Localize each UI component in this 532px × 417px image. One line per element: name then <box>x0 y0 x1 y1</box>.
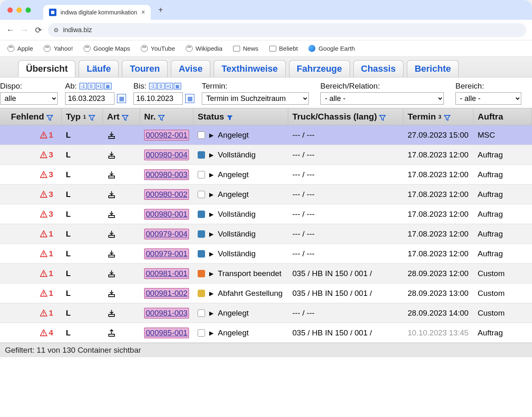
date-shift-button[interactable]: +1 <box>166 83 173 89</box>
url-input[interactable]: ⚙ indiwa.biz <box>48 23 526 37</box>
play-icon[interactable]: ▶ <box>209 251 214 257</box>
bereich-relation-select[interactable]: - alle - <box>320 92 444 105</box>
termin-select[interactable]: Termin im Suchzeitraum <box>202 92 309 105</box>
filter-icon-active[interactable] <box>226 113 233 120</box>
col-fehlend[interactable]: Fehlend <box>0 108 62 125</box>
table-row[interactable]: 1 L 000979-001 ▶ Vollständig --- / --- 1… <box>0 244 532 264</box>
reload-button[interactable]: ⟳ <box>34 26 43 35</box>
play-icon[interactable]: ▶ <box>209 290 214 297</box>
bookmark-item[interactable]: Apple <box>7 45 33 52</box>
cell-status: ▶ Angelegt <box>194 190 288 199</box>
col-nr[interactable]: Nr. <box>140 108 194 125</box>
play-icon[interactable]: ▶ <box>209 310 214 316</box>
app-tab-übersicht[interactable]: Übersicht <box>18 60 75 77</box>
nr-link[interactable]: 000979-001 <box>144 248 189 259</box>
bookmark-item[interactable]: Wikipedia <box>186 45 222 52</box>
filter-icon[interactable] <box>89 113 95 120</box>
filter-icon[interactable] <box>122 113 128 120</box>
filter-icon[interactable] <box>47 113 53 120</box>
table-row[interactable]: 1 L 000981-001 ▶ Transport beendet 035 /… <box>0 264 532 283</box>
table-row[interactable]: 3 L 000980-004 ▶ Vollständig --- / --- 1… <box>0 145 532 165</box>
col-truck-chassis[interactable]: Truck/Chassis (lang) <box>288 108 404 125</box>
browser-tab[interactable]: indiwa digitale kommunikation × <box>43 5 151 20</box>
app-tab-texthinweise[interactable]: Texthinweise <box>214 60 286 77</box>
nr-link[interactable]: 000980-003 <box>144 169 189 180</box>
site-settings-icon[interactable]: ⚙ <box>54 27 59 33</box>
app-tab-chassis[interactable]: Chassis <box>353 60 404 77</box>
close-tab-icon[interactable]: × <box>141 9 145 16</box>
nr-link[interactable]: 000981-001 <box>144 268 189 279</box>
app-tab-fahrzeuge[interactable]: Fahrzeuge <box>289 60 350 77</box>
play-icon[interactable]: ▶ <box>209 132 214 138</box>
bookmark-item[interactable]: YouTube <box>141 45 175 52</box>
table-row[interactable]: 1 L 000982-001 ▶ Angelegt --- / --- 27.0… <box>0 125 532 145</box>
date-shift-button[interactable]: 0 <box>157 83 165 89</box>
nr-link[interactable]: 000980-001 <box>144 209 189 220</box>
app-tab-läufe[interactable]: Läufe <box>79 60 119 77</box>
play-icon[interactable]: ▶ <box>209 211 214 218</box>
date-shift-button[interactable]: +1 <box>96 83 103 89</box>
svg-point-9 <box>43 136 44 137</box>
bookmark-item[interactable]: Yahoo! <box>44 45 72 52</box>
filter-icon[interactable] <box>444 113 450 120</box>
cell-art <box>103 309 140 317</box>
calendar-icon[interactable] <box>185 94 194 103</box>
window-minimize-button[interactable] <box>16 7 22 13</box>
dispo-select[interactable]: alle <box>0 92 58 105</box>
ab-date-input[interactable] <box>65 92 114 105</box>
col-auftrag[interactable]: Auftra <box>474 108 532 125</box>
bookmark-item[interactable]: Google Earth <box>308 45 355 52</box>
warning-icon <box>40 151 47 159</box>
calendar-icon[interactable] <box>117 94 126 103</box>
nr-link[interactable]: 000981-002 <box>144 288 189 299</box>
play-icon[interactable]: ▶ <box>209 191 214 198</box>
nr-link[interactable]: 000981-003 <box>144 308 189 319</box>
date-shift-button[interactable]: -1 <box>79 83 87 89</box>
col-status[interactable]: Status <box>194 108 288 125</box>
window-close-button[interactable] <box>7 7 13 13</box>
app-tab-avise[interactable]: Avise <box>171 60 210 77</box>
app-tab-berichte[interactable]: Berichte <box>407 60 459 77</box>
date-shift-button[interactable]: 0 <box>88 83 95 89</box>
col-typ[interactable]: Typ1 <box>62 108 103 125</box>
cell-art <box>103 269 140 278</box>
play-icon[interactable]: ▶ <box>209 330 214 336</box>
date-shift-button[interactable]: ▦ <box>104 83 112 89</box>
nr-link[interactable]: 000980-002 <box>144 189 189 200</box>
nr-link[interactable]: 000980-004 <box>144 150 189 160</box>
bookmark-icon <box>141 45 148 52</box>
col-termin[interactable]: Termin3 <box>404 108 474 125</box>
bookmark-item[interactable]: News <box>233 45 259 52</box>
bereich-select[interactable]: - alle - <box>455 92 521 105</box>
cell-art <box>103 210 140 218</box>
forward-button[interactable]: → <box>20 26 29 35</box>
filter-icon[interactable] <box>379 113 386 120</box>
nr-link[interactable]: 000985-001 <box>144 328 189 338</box>
table-row[interactable]: 3 L 000980-003 ▶ Angelegt --- / --- 17.0… <box>0 165 532 185</box>
bookmark-item[interactable]: Google Maps <box>84 45 130 52</box>
table-row[interactable]: 1 L 000979-004 ▶ Vollständig --- / --- 1… <box>0 224 532 244</box>
app-tab-touren[interactable]: Touren <box>122 60 168 77</box>
table-row[interactable]: 1 L 000981-003 ▶ Angelegt --- / --- 28.0… <box>0 303 532 323</box>
table-row[interactable]: 3 L 000980-001 ▶ Vollständig --- / --- 1… <box>0 204 532 224</box>
nr-link[interactable]: 000982-001 <box>144 130 189 141</box>
table-row[interactable]: 1 L 000981-002 ▶ Abfahrt Gestellung 035 … <box>0 283 532 303</box>
back-button[interactable]: ← <box>6 26 15 35</box>
date-shift-button[interactable]: ▦ <box>174 83 181 89</box>
col-art[interactable]: Art <box>103 108 140 125</box>
bis-date-input[interactable] <box>133 92 183 105</box>
window-maximize-button[interactable] <box>26 7 31 13</box>
cell-termin: 17.08.2023 12:00 <box>404 150 474 159</box>
play-icon[interactable]: ▶ <box>209 270 214 277</box>
bookmark-item[interactable]: Beliebt <box>269 45 298 52</box>
date-shift-button[interactable]: -1 <box>149 83 156 89</box>
new-tab-button[interactable]: + <box>158 5 163 15</box>
filter-icon[interactable] <box>158 113 165 120</box>
table-row[interactable]: 4 L 000985-001 ▶ Angelegt 035 / HB IN 15… <box>0 323 532 343</box>
cell-art <box>103 151 140 159</box>
nr-link[interactable]: 000979-004 <box>144 229 189 239</box>
play-icon[interactable]: ▶ <box>209 152 214 158</box>
table-row[interactable]: 3 L 000980-002 ▶ Angelegt --- / --- 17.0… <box>0 185 532 204</box>
play-icon[interactable]: ▶ <box>209 231 214 237</box>
play-icon[interactable]: ▶ <box>209 171 214 178</box>
